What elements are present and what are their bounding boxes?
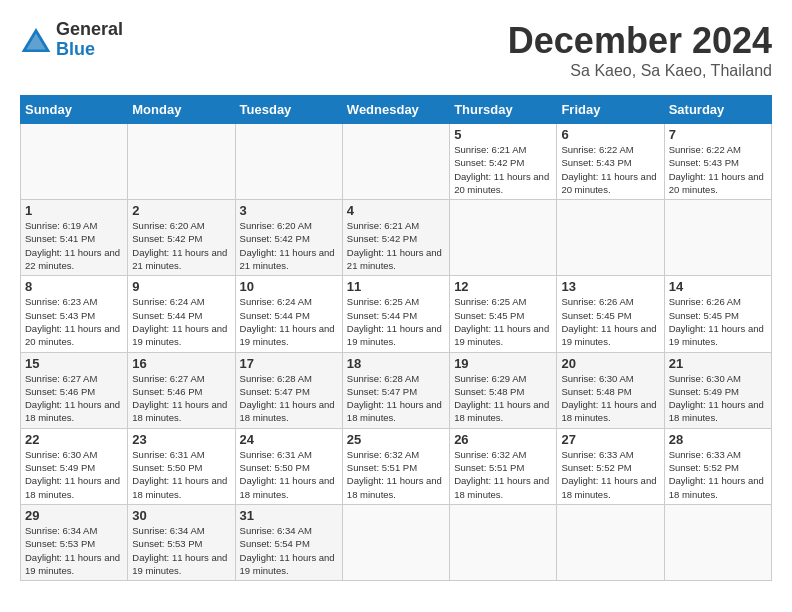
empty-cell	[450, 200, 557, 276]
day-number-2: 2	[132, 203, 230, 218]
col-saturday: Saturday	[664, 96, 771, 124]
day-number-4: 4	[347, 203, 445, 218]
day-15: 15 Sunrise: 6:27 AMSunset: 5:46 PMDaylig…	[21, 352, 128, 428]
col-sunday: Sunday	[21, 96, 128, 124]
day-8: 8 Sunrise: 6:23 AMSunset: 5:43 PMDayligh…	[21, 276, 128, 352]
day-24: 24 Sunrise: 6:31 AMSunset: 5:50 PMDaylig…	[235, 428, 342, 504]
day-info-11: Sunrise: 6:25 AMSunset: 5:44 PMDaylight:…	[347, 295, 445, 348]
empty-cell	[21, 124, 128, 200]
week-5: 29 Sunrise: 6:34 AMSunset: 5:53 PMDaylig…	[21, 504, 772, 580]
day-number-7: 7	[669, 127, 767, 142]
day-info-26: Sunrise: 6:32 AMSunset: 5:51 PMDaylight:…	[454, 448, 552, 501]
day-info-25: Sunrise: 6:32 AMSunset: 5:51 PMDaylight:…	[347, 448, 445, 501]
day-number-6: 6	[561, 127, 659, 142]
empty-cell	[342, 504, 449, 580]
day-info-1: Sunrise: 6:19 AMSunset: 5:41 PMDaylight:…	[25, 219, 123, 272]
day-info-29: Sunrise: 6:34 AMSunset: 5:53 PMDaylight:…	[25, 524, 123, 577]
week-2: 8 Sunrise: 6:23 AMSunset: 5:43 PMDayligh…	[21, 276, 772, 352]
title-area: December 2024 Sa Kaeo, Sa Kaeo, Thailand	[508, 20, 772, 80]
day-26: 26 Sunrise: 6:32 AMSunset: 5:51 PMDaylig…	[450, 428, 557, 504]
day-3: 3 Sunrise: 6:20 AMSunset: 5:42 PMDayligh…	[235, 200, 342, 276]
day-info-18: Sunrise: 6:28 AMSunset: 5:47 PMDaylight:…	[347, 372, 445, 425]
day-number-12: 12	[454, 279, 552, 294]
day-number-19: 19	[454, 356, 552, 371]
day-11: 11 Sunrise: 6:25 AMSunset: 5:44 PMDaylig…	[342, 276, 449, 352]
day-number-30: 30	[132, 508, 230, 523]
day-info-5: Sunrise: 6:21 AMSunset: 5:42 PMDaylight:…	[454, 143, 552, 196]
day-number-31: 31	[240, 508, 338, 523]
day-info-6: Sunrise: 6:22 AMSunset: 5:43 PMDaylight:…	[561, 143, 659, 196]
day-31: 31 Sunrise: 6:34 AMSunset: 5:54 PMDaylig…	[235, 504, 342, 580]
day-12: 12 Sunrise: 6:25 AMSunset: 5:45 PMDaylig…	[450, 276, 557, 352]
day-number-25: 25	[347, 432, 445, 447]
empty-cell	[128, 124, 235, 200]
day-number-21: 21	[669, 356, 767, 371]
day-27: 27 Sunrise: 6:33 AMSunset: 5:52 PMDaylig…	[557, 428, 664, 504]
day-28: 28 Sunrise: 6:33 AMSunset: 5:52 PMDaylig…	[664, 428, 771, 504]
day-number-26: 26	[454, 432, 552, 447]
logo-text: General Blue	[56, 20, 123, 60]
header-row: Sunday Monday Tuesday Wednesday Thursday…	[21, 96, 772, 124]
week-3: 15 Sunrise: 6:27 AMSunset: 5:46 PMDaylig…	[21, 352, 772, 428]
day-info-8: Sunrise: 6:23 AMSunset: 5:43 PMDaylight:…	[25, 295, 123, 348]
empty-cell	[235, 124, 342, 200]
day-number-9: 9	[132, 279, 230, 294]
day-7: 7 Sunrise: 6:22 AMSunset: 5:43 PMDayligh…	[664, 124, 771, 200]
day-25: 25 Sunrise: 6:32 AMSunset: 5:51 PMDaylig…	[342, 428, 449, 504]
day-number-22: 22	[25, 432, 123, 447]
day-number-28: 28	[669, 432, 767, 447]
logo-general-text: General	[56, 20, 123, 40]
day-info-17: Sunrise: 6:28 AMSunset: 5:47 PMDaylight:…	[240, 372, 338, 425]
header: General Blue December 2024 Sa Kaeo, Sa K…	[20, 20, 772, 80]
col-wednesday: Wednesday	[342, 96, 449, 124]
day-6: 6 Sunrise: 6:22 AMSunset: 5:43 PMDayligh…	[557, 124, 664, 200]
day-info-16: Sunrise: 6:27 AMSunset: 5:46 PMDaylight:…	[132, 372, 230, 425]
day-number-17: 17	[240, 356, 338, 371]
logo-icon	[20, 24, 52, 56]
day-number-27: 27	[561, 432, 659, 447]
day-info-4: Sunrise: 6:21 AMSunset: 5:42 PMDaylight:…	[347, 219, 445, 272]
day-21: 21 Sunrise: 6:30 AMSunset: 5:49 PMDaylig…	[664, 352, 771, 428]
day-number-16: 16	[132, 356, 230, 371]
day-number-5: 5	[454, 127, 552, 142]
day-number-8: 8	[25, 279, 123, 294]
day-info-23: Sunrise: 6:31 AMSunset: 5:50 PMDaylight:…	[132, 448, 230, 501]
day-info-22: Sunrise: 6:30 AMSunset: 5:49 PMDaylight:…	[25, 448, 123, 501]
day-number-14: 14	[669, 279, 767, 294]
day-number-10: 10	[240, 279, 338, 294]
empty-cell	[557, 504, 664, 580]
day-16: 16 Sunrise: 6:27 AMSunset: 5:46 PMDaylig…	[128, 352, 235, 428]
day-info-15: Sunrise: 6:27 AMSunset: 5:46 PMDaylight:…	[25, 372, 123, 425]
day-number-29: 29	[25, 508, 123, 523]
location: Sa Kaeo, Sa Kaeo, Thailand	[508, 62, 772, 80]
day-2: 2 Sunrise: 6:20 AMSunset: 5:42 PMDayligh…	[128, 200, 235, 276]
day-info-9: Sunrise: 6:24 AMSunset: 5:44 PMDaylight:…	[132, 295, 230, 348]
week-0: 1 Sunrise: 6:19 AMSunset: 5:41 PMDayligh…	[21, 200, 772, 276]
day-23: 23 Sunrise: 6:31 AMSunset: 5:50 PMDaylig…	[128, 428, 235, 504]
day-number-11: 11	[347, 279, 445, 294]
col-thursday: Thursday	[450, 96, 557, 124]
day-info-24: Sunrise: 6:31 AMSunset: 5:50 PMDaylight:…	[240, 448, 338, 501]
day-number-24: 24	[240, 432, 338, 447]
week-1: 5 Sunrise: 6:21 AMSunset: 5:42 PMDayligh…	[21, 124, 772, 200]
day-info-13: Sunrise: 6:26 AMSunset: 5:45 PMDaylight:…	[561, 295, 659, 348]
day-number-18: 18	[347, 356, 445, 371]
day-number-20: 20	[561, 356, 659, 371]
day-1: 1 Sunrise: 6:19 AMSunset: 5:41 PMDayligh…	[21, 200, 128, 276]
day-22: 22 Sunrise: 6:30 AMSunset: 5:49 PMDaylig…	[21, 428, 128, 504]
day-info-19: Sunrise: 6:29 AMSunset: 5:48 PMDaylight:…	[454, 372, 552, 425]
month-title: December 2024	[508, 20, 772, 62]
empty-cell	[664, 504, 771, 580]
day-number-13: 13	[561, 279, 659, 294]
empty-cell	[557, 200, 664, 276]
day-29: 29 Sunrise: 6:34 AMSunset: 5:53 PMDaylig…	[21, 504, 128, 580]
day-9: 9 Sunrise: 6:24 AMSunset: 5:44 PMDayligh…	[128, 276, 235, 352]
day-info-2: Sunrise: 6:20 AMSunset: 5:42 PMDaylight:…	[132, 219, 230, 272]
day-10: 10 Sunrise: 6:24 AMSunset: 5:44 PMDaylig…	[235, 276, 342, 352]
col-tuesday: Tuesday	[235, 96, 342, 124]
day-number-15: 15	[25, 356, 123, 371]
empty-cell	[664, 200, 771, 276]
day-14: 14 Sunrise: 6:26 AMSunset: 5:45 PMDaylig…	[664, 276, 771, 352]
day-info-10: Sunrise: 6:24 AMSunset: 5:44 PMDaylight:…	[240, 295, 338, 348]
day-info-27: Sunrise: 6:33 AMSunset: 5:52 PMDaylight:…	[561, 448, 659, 501]
